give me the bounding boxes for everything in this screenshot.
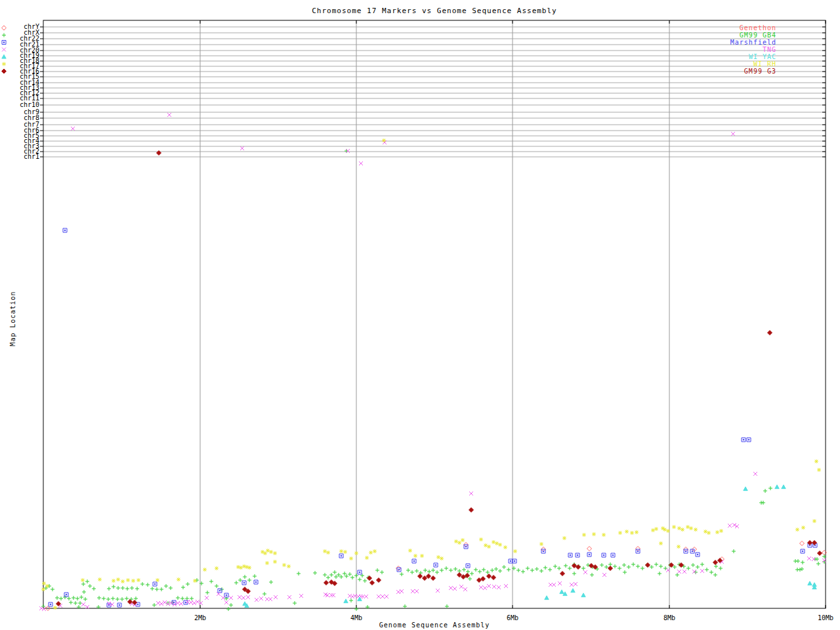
series-gm99_gb4 (41, 149, 826, 611)
legend-marker-plus-icon (0, 32, 8, 39)
legend-marker-open-diamond-icon (0, 24, 8, 32)
legend-marker-cross-icon (0, 46, 8, 53)
x-tick-label: 8Mb (663, 614, 675, 621)
series-gm99_g3 (56, 151, 822, 606)
legend-item-marshfield: Marshfield (0, 39, 814, 46)
y-tick-label: chr10 (0, 102, 39, 108)
legend-label: GM99 GB4 (740, 32, 776, 39)
series-marshfield (49, 228, 817, 607)
legend-item-wi_yac: WI YAC (0, 53, 814, 60)
legend-item-genethon: Genethon (0, 24, 814, 32)
series-tng (39, 113, 826, 611)
legend-item-wi_rh: WI RH (0, 60, 814, 68)
chart-page: Chromosome 17 Markers vs Genome Sequence… (0, 0, 840, 630)
x-tick-label: 10Mb (818, 614, 833, 621)
x-tick-label: 6Mb (507, 614, 518, 621)
x-tick-label: 2Mb (194, 614, 206, 621)
legend-label: TNG (763, 46, 776, 53)
legend-marker-filled-diamond-icon (0, 68, 8, 75)
legend-label: GM99 G3 (744, 68, 776, 75)
series-wi_rh (41, 138, 821, 610)
legend-item-gm99_g3: GM99 G3 (0, 68, 814, 75)
tick-marks (40, 20, 826, 608)
plot-area (0, 0, 840, 630)
legend-label: Marshfield (730, 39, 776, 46)
x-tick-label: 4Mb (350, 614, 362, 621)
legend-item-gm99_gb4: GM99 GB4 (0, 32, 814, 39)
plot-border (43, 20, 826, 608)
legend-item-tng: TNG (0, 46, 814, 53)
legend-marker-open-square-dot-icon (0, 39, 8, 46)
legend-label: WI RH (753, 60, 776, 68)
legend-label: WI YAC (749, 53, 776, 60)
series-wi_yac (243, 485, 816, 608)
legend-marker-triangle-icon (0, 53, 8, 60)
legend-label: Genethon (740, 24, 776, 32)
legend-marker-asterisk-icon (0, 60, 8, 68)
y-tick-label: chr1 (0, 154, 39, 160)
series-genethon (46, 541, 827, 611)
gridlines (43, 20, 826, 608)
